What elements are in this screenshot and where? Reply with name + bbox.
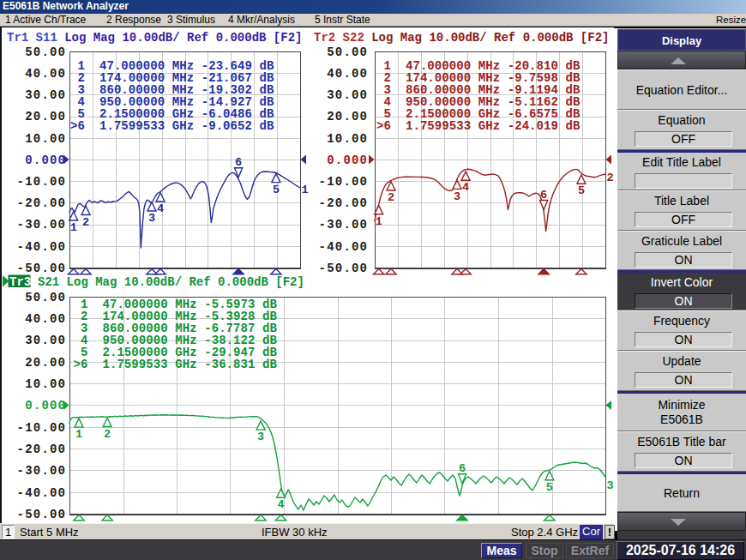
svg-text:5: 5 xyxy=(546,481,553,494)
svg-text:10.00: 10.00 xyxy=(25,132,66,146)
svg-text:-50.00: -50.00 xyxy=(319,262,369,275)
svg-text:S21 Log Mag 10.00dB/ Ref 0.000: S21 Log Mag 10.00dB/ Ref 0.000dB [F2] xyxy=(38,275,304,289)
svg-text:6: 6 xyxy=(540,189,547,202)
svg-text:3: 3 xyxy=(257,431,264,443)
svg-text:0.000: 0.000 xyxy=(25,154,66,167)
svg-text:6: 6 xyxy=(459,462,466,475)
svg-text:20.00: 20.00 xyxy=(327,110,368,123)
svg-text:20.00: 20.00 xyxy=(25,356,66,370)
svg-text:-30.00: -30.00 xyxy=(319,218,369,232)
svg-text:1: 1 xyxy=(70,221,77,234)
svg-text:0.000: 0.000 xyxy=(25,399,66,412)
svg-text:>6 1.7599533 GHz -24.019 dB: >6 1.7599533 GHz -24.019 dB xyxy=(376,119,581,133)
svg-text:40.00: 40.00 xyxy=(25,312,66,326)
svg-text:-40.00: -40.00 xyxy=(17,240,67,254)
svg-text:3: 3 xyxy=(148,212,155,225)
svg-text:>6 1.7599533 GHz -36.831 dB: >6 1.7599533 GHz -36.831 dB xyxy=(74,358,278,371)
svg-text:40.00: 40.00 xyxy=(327,67,368,81)
svg-text:Tr3: Tr3 xyxy=(9,275,31,289)
svg-text:40.00: 40.00 xyxy=(25,67,66,81)
svg-text:50.00: 50.00 xyxy=(327,45,368,59)
svg-text:3: 3 xyxy=(607,479,614,492)
svg-text:4: 4 xyxy=(157,202,164,215)
svg-text:>6 1.7599533 GHz -9.0652 dB: >6 1.7599533 GHz -9.0652 dB xyxy=(70,119,274,133)
svg-text:-30.00: -30.00 xyxy=(17,464,67,478)
svg-text:5: 5 xyxy=(273,184,280,196)
svg-text:1: 1 xyxy=(376,215,382,228)
svg-text:-40.00: -40.00 xyxy=(319,240,369,254)
svg-text:20.00: 20.00 xyxy=(25,110,66,123)
svg-text:50.00: 50.00 xyxy=(25,45,66,59)
svg-text:-50.00: -50.00 xyxy=(17,262,67,275)
svg-text:50.00: 50.00 xyxy=(25,291,66,304)
svg-text:-10.00: -10.00 xyxy=(319,175,369,189)
svg-text:Tr2 S22 Log Mag 10.00dB/ Ref 0: Tr2 S22 Log Mag 10.00dB/ Ref 0.000dB [F2… xyxy=(314,31,609,45)
svg-text:-20.00: -20.00 xyxy=(17,443,67,456)
svg-text:10.00: 10.00 xyxy=(25,377,66,391)
svg-text:Tr1 S11 Log Mag 10.00dB/ Ref 0: Tr1 S11 Log Mag 10.00dB/ Ref 0.000dB [F2… xyxy=(7,31,302,45)
svg-text:30.00: 30.00 xyxy=(25,88,66,102)
svg-text:1: 1 xyxy=(75,428,82,441)
svg-text:30.00: 30.00 xyxy=(25,334,66,347)
svg-text:1: 1 xyxy=(302,184,309,196)
svg-text:2: 2 xyxy=(388,191,394,204)
svg-text:-30.00: -30.00 xyxy=(17,218,67,232)
svg-text:3: 3 xyxy=(454,190,460,203)
svg-text:2: 2 xyxy=(607,172,614,184)
svg-text:2: 2 xyxy=(82,216,89,229)
svg-text:-10.00: -10.00 xyxy=(17,421,67,435)
svg-text:-20.00: -20.00 xyxy=(319,196,369,210)
svg-text:5: 5 xyxy=(578,184,585,197)
svg-text:-20.00: -20.00 xyxy=(17,196,67,210)
svg-text:10.00: 10.00 xyxy=(327,132,368,146)
svg-text:4: 4 xyxy=(278,498,285,511)
svg-text:-50.00: -50.00 xyxy=(17,508,67,521)
svg-text:-40.00: -40.00 xyxy=(17,486,67,500)
svg-text:4: 4 xyxy=(462,181,469,194)
svg-text:6: 6 xyxy=(235,156,242,169)
svg-text:0.000: 0.000 xyxy=(327,154,368,167)
svg-text:2: 2 xyxy=(104,428,111,441)
svg-text:30.00: 30.00 xyxy=(327,88,368,102)
svg-text:-10.00: -10.00 xyxy=(17,175,67,189)
